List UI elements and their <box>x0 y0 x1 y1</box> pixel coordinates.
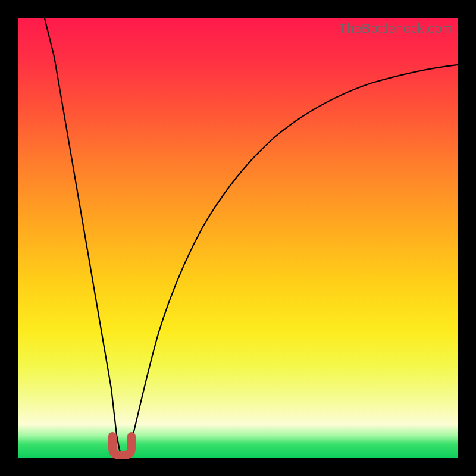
chart-plot-area: TheBottleneck.com <box>18 18 458 458</box>
curve-left-branch <box>45 18 123 456</box>
u-marker <box>112 436 131 455</box>
curve-right-branch <box>123 65 458 456</box>
bottleneck-curve <box>18 18 458 458</box>
